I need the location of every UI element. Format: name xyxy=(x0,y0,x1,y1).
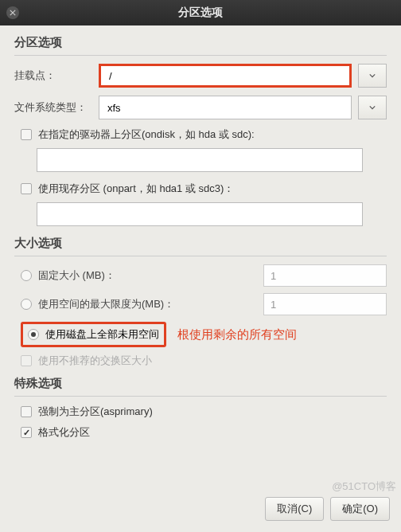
maxsize-label: 使用空间的最大限度为(MB)： xyxy=(38,297,257,311)
mount-point-input[interactable] xyxy=(99,64,352,88)
close-icon[interactable] xyxy=(6,6,19,19)
recommended-swap-label: 使用不推荐的交换区大小 xyxy=(38,354,387,368)
fs-type-input[interactable] xyxy=(99,96,352,119)
divider xyxy=(14,396,387,397)
maxsize-radio[interactable] xyxy=(21,299,32,310)
window-title: 分区选项 xyxy=(178,6,223,20)
section-size-title: 大小选项 xyxy=(14,236,387,251)
section-partition-title: 分区选项 xyxy=(14,35,387,50)
fixed-size-radio[interactable] xyxy=(21,270,32,281)
divider xyxy=(14,55,387,56)
format-checkbox[interactable] xyxy=(21,427,32,438)
titlebar: 分区选项 xyxy=(0,0,401,25)
ondisk-checkbox[interactable] xyxy=(21,129,32,140)
useall-radio[interactable] xyxy=(28,329,39,340)
maxsize-input[interactable] xyxy=(263,293,387,315)
mount-point-label: 挂载点： xyxy=(14,68,94,83)
chevron-down-icon xyxy=(369,104,376,111)
onpart-input[interactable] xyxy=(37,202,363,226)
fs-type-dropdown[interactable] xyxy=(358,96,387,119)
watermark: @51CTO博客 xyxy=(332,479,396,494)
dialog-body: 分区选项 挂载点： 文件系统类型： 在指定的驱动器上分区(ondisk，如 hd… xyxy=(0,25,401,532)
asprimary-checkbox[interactable] xyxy=(21,406,32,417)
chevron-down-icon xyxy=(369,72,376,79)
fixed-size-input[interactable] xyxy=(263,264,387,287)
recommended-swap-checkbox xyxy=(21,355,32,366)
onpart-checkbox[interactable] xyxy=(21,183,32,194)
ondisk-input[interactable] xyxy=(37,148,363,172)
annotation-text: 根使用剩余的所有空间 xyxy=(177,327,297,342)
format-label: 格式化分区 xyxy=(38,425,90,440)
section-special-title: 特殊选项 xyxy=(14,376,387,391)
asprimary-label: 强制为主分区(asprimary) xyxy=(38,405,153,419)
onpart-label: 使用现存分区 (onpart，如 hda1 或 sdc3)： xyxy=(38,182,234,196)
fixed-size-label: 固定大小 (MB)： xyxy=(38,268,257,283)
mount-point-dropdown[interactable] xyxy=(358,64,387,88)
cancel-button[interactable]: 取消(C) xyxy=(265,497,324,521)
footer: 取消(C) 确定(O) xyxy=(265,497,390,521)
ok-button[interactable]: 确定(O) xyxy=(330,497,390,521)
useall-label: 使用磁盘上全部未用空间 xyxy=(45,327,159,342)
useall-highlight: 使用磁盘上全部未用空间 xyxy=(21,322,166,347)
divider xyxy=(14,256,387,256)
fs-type-label: 文件系统类型： xyxy=(14,100,94,115)
ondisk-label: 在指定的驱动器上分区(ondisk，如 hda 或 sdc): xyxy=(38,127,255,142)
